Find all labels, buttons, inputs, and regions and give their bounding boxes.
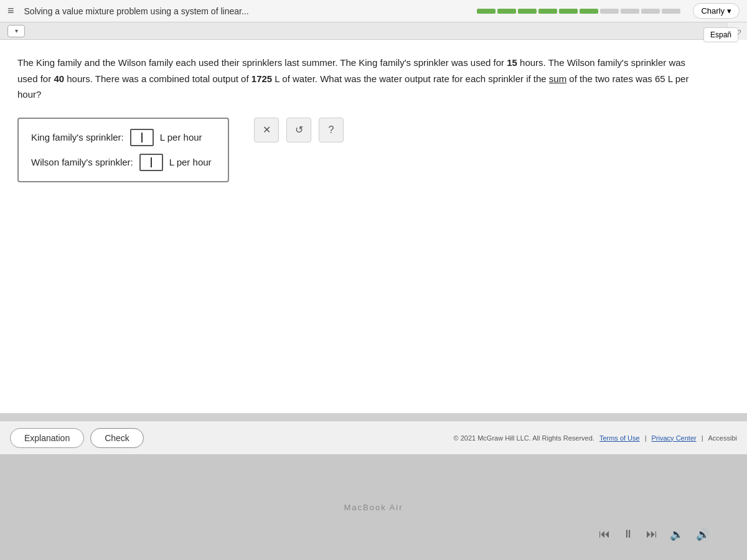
progress-seg-4: [538, 9, 557, 14]
rewind-icon: ⏮: [599, 528, 610, 541]
bottom-bar: Explanation Check © 2021 McGraw Hill LLC…: [0, 421, 747, 454]
copyright-text: © 2021 McGraw Hill LLC. All Rights Reser…: [454, 434, 594, 442]
wilson-label: Wilson family's sprinkler:: [31, 157, 133, 167]
accessible-text: Accessibi: [708, 434, 737, 442]
espanol-button[interactable]: Españ: [703, 27, 738, 42]
keyboard-icons: ⏮ ⏸ ⏭ 🔉 🔊: [599, 528, 710, 541]
progress-seg-5: [559, 9, 578, 14]
king-unit: L per hour: [160, 132, 202, 142]
keyboard-area: MacBook Air ⏮ ⏸ ⏭ 🔉 🔊: [0, 454, 747, 560]
volume-up-icon: 🔊: [696, 528, 710, 541]
privacy-link[interactable]: Privacy Center: [652, 434, 697, 442]
problem-text: The King family and the Wilson family ea…: [17, 55, 702, 103]
progress-seg-3: [518, 9, 537, 14]
king-label: King family's sprinkler:: [31, 132, 124, 142]
footer-links: © 2021 McGraw Hill LLC. All Rights Reser…: [454, 434, 737, 442]
terms-link[interactable]: Terms of Use: [599, 434, 640, 442]
progress-seg-2: [497, 9, 516, 14]
user-menu-button[interactable]: Charly ▾: [693, 3, 740, 19]
progress-seg-10: [662, 9, 680, 14]
hamburger-icon[interactable]: ≡: [7, 4, 14, 17]
explanation-button[interactable]: Explanation: [10, 428, 84, 448]
wilson-answer-row: Wilson family's sprinkler: L per hour: [31, 154, 215, 171]
progress-seg-1: [477, 9, 496, 14]
answer-box: King family's sprinkler: L per hour Wils…: [17, 118, 229, 182]
top-bar: ≡ Solving a value mixture problem using …: [0, 0, 747, 22]
collapse-bar: ▾: [0, 22, 747, 40]
undo-icon: ↺: [295, 124, 303, 136]
pause-icon: ⏸: [622, 528, 634, 541]
check-button[interactable]: Check: [90, 428, 144, 448]
macbook-label: MacBook Air: [344, 503, 403, 512]
help-button[interactable]: ?: [319, 118, 344, 142]
clear-button[interactable]: ✕: [254, 118, 279, 142]
progress-bar: [477, 9, 680, 14]
main-content: The King family and the Wilson family ea…: [0, 40, 747, 413]
volume-down-icon: 🔉: [670, 528, 684, 541]
progress-seg-9: [641, 9, 660, 14]
wilson-unit: L per hour: [169, 157, 212, 167]
user-name: Charly: [701, 6, 725, 16]
collapse-button[interactable]: ▾: [7, 25, 25, 37]
bottom-left-buttons: Explanation Check: [10, 428, 144, 448]
progress-seg-7: [600, 9, 619, 14]
undo-button[interactable]: ↺: [286, 118, 311, 142]
action-buttons: ✕ ↺ ?: [254, 118, 344, 142]
king-input[interactable]: [130, 129, 154, 146]
fastforward-icon: ⏭: [646, 528, 657, 541]
king-answer-row: King family's sprinkler: L per hour: [31, 129, 215, 146]
answer-action-row: King family's sprinkler: L per hour Wils…: [17, 118, 730, 182]
wilson-input[interactable]: [139, 154, 163, 171]
page-title: Solving a value mixture problem using a …: [24, 6, 477, 16]
help-icon: ?: [329, 124, 334, 136]
progress-seg-8: [621, 9, 639, 14]
chevron-down-icon: ▾: [727, 6, 731, 16]
progress-seg-6: [580, 9, 598, 14]
cross-icon: ✕: [263, 124, 271, 136]
